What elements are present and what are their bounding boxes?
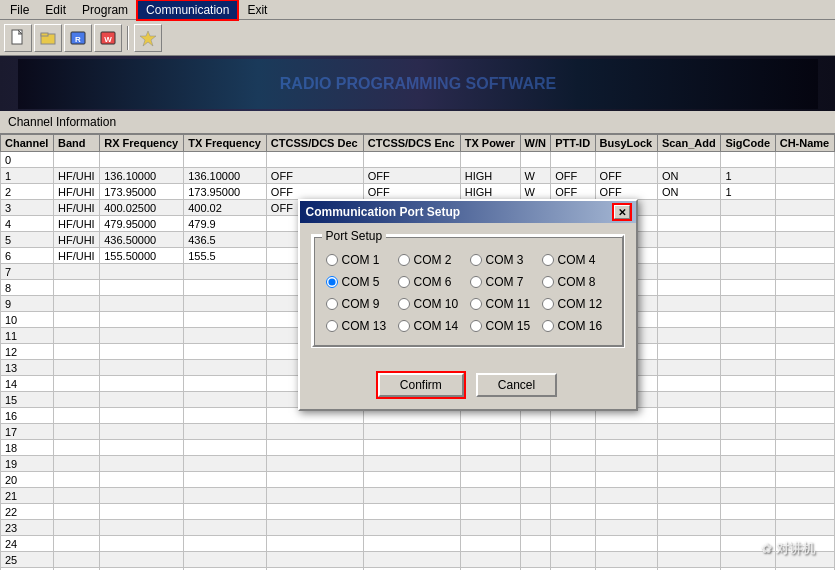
radio-com6[interactable] bbox=[398, 276, 410, 288]
dialog-body: Port Setup COM 1COM 2COM 3COM 4COM 5COM … bbox=[300, 223, 636, 373]
radio-text-com1: COM 1 bbox=[342, 253, 380, 267]
radio-com14[interactable] bbox=[398, 320, 410, 332]
dialog-overlay: Communication Port Setup ✕ Port Setup CO… bbox=[0, 0, 835, 570]
radio-label-com3[interactable]: COM 3 bbox=[470, 253, 538, 267]
radio-label-com8[interactable]: COM 8 bbox=[542, 275, 610, 289]
radio-label-com4[interactable]: COM 4 bbox=[542, 253, 610, 267]
dialog-buttons: Confirm Cancel bbox=[300, 373, 636, 409]
radio-label-com6[interactable]: COM 6 bbox=[398, 275, 466, 289]
radio-text-com11: COM 11 bbox=[486, 297, 531, 311]
dialog-close-button[interactable]: ✕ bbox=[614, 205, 630, 219]
radio-text-com3: COM 3 bbox=[486, 253, 524, 267]
radio-text-com14: COM 14 bbox=[414, 319, 459, 333]
radio-com4[interactable] bbox=[542, 254, 554, 266]
cancel-button[interactable]: Cancel bbox=[476, 373, 557, 397]
radio-com11[interactable] bbox=[470, 298, 482, 310]
radio-text-com9: COM 9 bbox=[342, 297, 380, 311]
radio-label-com1[interactable]: COM 1 bbox=[326, 253, 394, 267]
radio-label-com14[interactable]: COM 14 bbox=[398, 319, 466, 333]
radio-com9[interactable] bbox=[326, 298, 338, 310]
radio-label-com5[interactable]: COM 5 bbox=[326, 275, 394, 289]
radio-com7[interactable] bbox=[470, 276, 482, 288]
radio-label-com12[interactable]: COM 12 bbox=[542, 297, 610, 311]
confirm-button[interactable]: Confirm bbox=[378, 373, 464, 397]
radio-label-com7[interactable]: COM 7 bbox=[470, 275, 538, 289]
dialog-title: Communication Port Setup bbox=[306, 205, 461, 219]
radio-text-com4: COM 4 bbox=[558, 253, 596, 267]
radio-text-com7: COM 7 bbox=[486, 275, 524, 289]
radio-com8[interactable] bbox=[542, 276, 554, 288]
radio-text-com13: COM 13 bbox=[342, 319, 387, 333]
radio-com3[interactable] bbox=[470, 254, 482, 266]
radio-text-com10: COM 10 bbox=[414, 297, 459, 311]
radio-label-com11[interactable]: COM 11 bbox=[470, 297, 538, 311]
dialog-titlebar: Communication Port Setup ✕ bbox=[300, 201, 636, 223]
groupbox-legend: Port Setup bbox=[322, 229, 387, 243]
radio-text-com8: COM 8 bbox=[558, 275, 596, 289]
communication-port-dialog: Communication Port Setup ✕ Port Setup CO… bbox=[298, 199, 638, 411]
radio-com12[interactable] bbox=[542, 298, 554, 310]
radio-label-com15[interactable]: COM 15 bbox=[470, 319, 538, 333]
radio-label-com16[interactable]: COM 16 bbox=[542, 319, 610, 333]
radio-com10[interactable] bbox=[398, 298, 410, 310]
radio-text-com12: COM 12 bbox=[558, 297, 603, 311]
radio-com1[interactable] bbox=[326, 254, 338, 266]
radio-com15[interactable] bbox=[470, 320, 482, 332]
radio-label-com2[interactable]: COM 2 bbox=[398, 253, 466, 267]
port-setup-groupbox: Port Setup COM 1COM 2COM 3COM 4COM 5COM … bbox=[312, 235, 624, 347]
port-radio-grid: COM 1COM 2COM 3COM 4COM 5COM 6COM 7COM 8… bbox=[326, 253, 610, 333]
radio-label-com9[interactable]: COM 9 bbox=[326, 297, 394, 311]
radio-label-com13[interactable]: COM 13 bbox=[326, 319, 394, 333]
radio-text-com5: COM 5 bbox=[342, 275, 380, 289]
radio-com13[interactable] bbox=[326, 320, 338, 332]
radio-com2[interactable] bbox=[398, 254, 410, 266]
radio-text-com16: COM 16 bbox=[558, 319, 603, 333]
radio-com5[interactable] bbox=[326, 276, 338, 288]
radio-com16[interactable] bbox=[542, 320, 554, 332]
radio-text-com6: COM 6 bbox=[414, 275, 452, 289]
radio-text-com15: COM 15 bbox=[486, 319, 531, 333]
radio-label-com10[interactable]: COM 10 bbox=[398, 297, 466, 311]
radio-text-com2: COM 2 bbox=[414, 253, 452, 267]
